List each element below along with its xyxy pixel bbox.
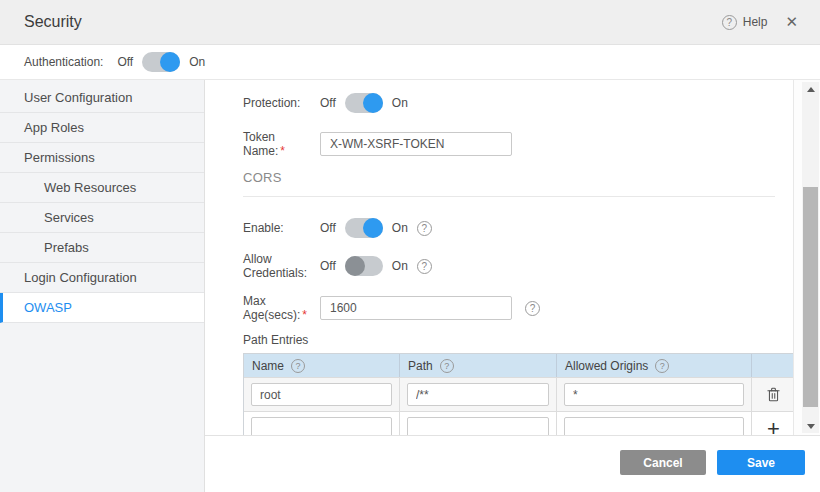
enable-toggle[interactable] [345,218,383,238]
table-header-row: Name ? Path ? Allowed Origins ? [244,354,793,377]
sidebar-item-permissions[interactable]: Permissions [0,143,204,173]
sidebar: User Configuration App Roles Permissions… [0,80,205,492]
path-entry-path-input[interactable] [407,383,549,406]
owasp-form: Protection: Off On Token Name:* CORS [205,80,793,435]
sidebar-item-user-configuration[interactable]: User Configuration [0,83,204,113]
path-column-help-icon[interactable]: ? [440,359,454,373]
max-age-help-icon[interactable]: ? [525,301,540,316]
close-icon[interactable]: ✕ [781,11,802,33]
enable-off-label: Off [320,221,336,235]
plus-icon: + [767,418,780,436]
sidebar-item-owasp[interactable]: OWASP [0,293,204,323]
name-column-help-icon[interactable]: ? [291,359,305,373]
column-header-name: Name ? [244,354,400,377]
cancel-button[interactable]: Cancel [620,450,706,475]
toggle-knob [160,52,180,72]
dialog-footer: Cancel Save [205,435,820,492]
scroll-up-arrow-icon[interactable] [802,82,819,96]
sidebar-item-login-configuration[interactable]: Login Configuration [0,263,204,293]
authentication-off-label: Off [117,55,133,69]
authentication-toggle[interactable] [142,52,180,72]
enable-on-label: On [392,221,408,235]
required-asterisk: * [302,308,307,322]
sidebar-item-services[interactable]: Services [0,203,204,233]
column-header-actions [752,354,793,377]
new-entry-name-input[interactable] [251,417,392,435]
sidebar-item-app-roles[interactable]: App Roles [0,113,204,143]
section-divider [243,196,775,197]
toggle-knob [363,218,383,238]
scroll-down-arrow-icon[interactable] [802,419,819,433]
allow-credentials-toggle[interactable] [345,256,383,276]
token-name-label: Token Name:* [243,130,320,158]
scrollbar-thumb[interactable] [803,187,818,407]
protection-toggle[interactable] [345,93,383,113]
delete-row-button[interactable] [766,386,781,403]
max-age-input[interactable] [320,296,512,320]
cors-section-title: CORS [243,170,793,185]
vertical-scrollbar[interactable] [802,82,819,433]
required-asterisk: * [280,144,285,158]
authentication-on-label: On [189,55,205,69]
protection-on-label: On [392,96,408,110]
dialog-header: Security ? Help ✕ [0,0,820,45]
new-entry-path-input[interactable] [407,417,549,435]
allow-credentials-on-label: On [392,259,408,273]
allow-credentials-off-label: Off [320,259,336,273]
table-row [244,377,793,411]
path-entry-name-input[interactable] [251,383,392,406]
help-button[interactable]: ? Help [722,15,768,30]
allow-credentials-help-icon[interactable]: ? [417,259,432,274]
sidebar-item-prefabs[interactable]: Prefabs [0,233,204,263]
path-entries-table: Name ? Path ? Allowed Origins ? [243,353,793,435]
authentication-label: Authentication: [24,55,103,69]
toggle-knob [345,256,365,276]
path-entry-origins-input[interactable] [564,383,744,406]
trash-icon [766,386,781,403]
max-age-label: Max Age(secs):* [243,294,320,322]
sidebar-item-web-resources[interactable]: Web Resources [0,173,204,203]
allow-credentials-label: Allow Credentials: [243,252,320,280]
scroll-gutter [793,80,820,435]
save-button[interactable]: Save [717,450,805,475]
path-entries-label: Path Entries [243,333,793,347]
allowed-origins-column-help-icon[interactable]: ? [655,359,669,373]
help-label: Help [743,15,768,29]
enable-help-icon[interactable]: ? [417,221,432,236]
protection-off-label: Off [320,96,336,110]
token-name-input[interactable] [320,132,512,156]
help-icon: ? [722,15,737,30]
authentication-bar: Authentication: Off On [0,45,820,80]
table-row-new: + [244,411,793,435]
toggle-knob [363,93,383,113]
add-row-button[interactable]: + [767,418,780,436]
protection-label: Protection: [243,96,320,110]
page-title: Security [24,13,82,31]
security-dialog: Security ? Help ✕ Authentication: Off On… [0,0,820,492]
column-header-path: Path ? [400,354,557,377]
column-header-allowed-origins: Allowed Origins ? [557,354,752,377]
enable-label: Enable: [243,221,320,235]
new-entry-origins-input[interactable] [564,417,744,435]
